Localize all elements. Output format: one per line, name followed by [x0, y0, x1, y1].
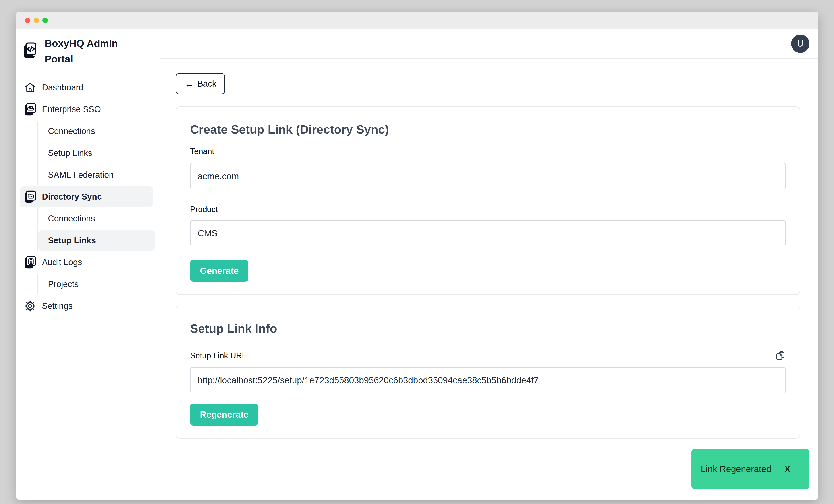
back-button[interactable]: ← Back — [176, 73, 225, 94]
home-icon — [23, 80, 37, 95]
product-label: Product — [190, 205, 786, 214]
sidebar-subgroup-directory-sync: Connections Setup Links — [38, 208, 159, 251]
sidebar-item-label: Audit Logs — [42, 257, 82, 267]
close-window-button[interactable] — [25, 18, 30, 23]
sidebar: BoxyHQ Admin Portal Dashboard — [16, 29, 160, 500]
sidebar-item-enterprise-sso[interactable]: Enterprise SSO — [20, 99, 153, 119]
sidebar-item-saml-federation[interactable]: SAML Federation — [38, 165, 155, 185]
sidebar-item-dsync-connections[interactable]: Connections — [38, 208, 155, 229]
page-content: ← Back Create Setup Link (Directory Sync… — [160, 59, 818, 439]
directory-sync-box-icon — [23, 189, 37, 204]
create-setup-link-card: Create Setup Link (Directory Sync) Tenan… — [176, 106, 800, 295]
info-card-title: Setup Link Info — [190, 321, 786, 336]
arrow-left-icon: ← — [184, 79, 194, 89]
sidebar-item-sso-setup-links[interactable]: Setup Links — [38, 143, 155, 163]
back-button-label: Back — [197, 79, 216, 89]
sidebar-subgroup-enterprise-sso: Connections Setup Links SAML Federation — [38, 121, 159, 185]
sidebar-item-sso-connections[interactable]: Connections — [38, 121, 155, 141]
top-header: U — [160, 29, 818, 59]
copy-icon[interactable] — [775, 350, 786, 361]
regenerate-button[interactable]: Regenerate — [190, 404, 258, 426]
tenant-input[interactable] — [190, 163, 786, 189]
sidebar-item-dashboard[interactable]: Dashboard — [20, 77, 153, 98]
app-title: BoxyHQ Admin Portal — [45, 36, 123, 67]
sidebar-item-projects[interactable]: Projects — [38, 274, 155, 294]
sidebar-item-label: Enterprise SSO — [42, 105, 101, 114]
user-avatar[interactable]: U — [791, 35, 809, 53]
create-card-title: Create Setup Link (Directory Sync) — [190, 122, 786, 137]
sidebar-subgroup-audit-logs: Projects — [38, 274, 159, 294]
sidebar-item-dsync-setup-links[interactable]: Setup Links — [38, 230, 155, 251]
boxyhq-logo-icon — [22, 42, 37, 60]
sidebar-item-label: Dashboard — [42, 83, 84, 92]
sidebar-nav: Dashboard Enterprise SSO — [16, 77, 159, 316]
sso-box-icon — [23, 102, 37, 116]
sidebar-item-label: Directory Sync — [42, 192, 102, 202]
gear-icon — [23, 299, 37, 313]
minimize-window-button[interactable] — [34, 18, 39, 23]
setup-link-info-card: Setup Link Info Setup Link URL — [176, 305, 800, 439]
tenant-label: Tenant — [190, 146, 786, 156]
toast-message: Link Regenerated — [701, 464, 771, 474]
toast-close-button[interactable]: X — [785, 464, 790, 474]
window-titlebar — [16, 12, 818, 29]
maximize-window-button[interactable] — [42, 18, 48, 23]
audit-logs-box-icon — [23, 255, 37, 269]
product-input[interactable] — [190, 220, 786, 247]
sidebar-item-audit-logs[interactable]: Audit Logs — [20, 252, 153, 273]
setup-link-url-row: Setup Link URL — [190, 350, 786, 361]
logo[interactable]: BoxyHQ Admin Portal — [16, 29, 159, 67]
main-area: U ← Back Create Setup Link (Directory Sy… — [160, 29, 818, 500]
generate-button[interactable]: Generate — [190, 260, 248, 282]
setup-link-url-input[interactable] — [190, 367, 786, 393]
setup-link-url-label: Setup Link URL — [190, 351, 246, 361]
sidebar-item-settings[interactable]: Settings — [20, 296, 153, 316]
sidebar-item-directory-sync[interactable]: Directory Sync — [20, 186, 153, 207]
toast-notification: Link Regenerated X — [692, 449, 809, 489]
app-window: BoxyHQ Admin Portal Dashboard — [16, 12, 818, 500]
sidebar-item-label: Settings — [42, 301, 72, 311]
